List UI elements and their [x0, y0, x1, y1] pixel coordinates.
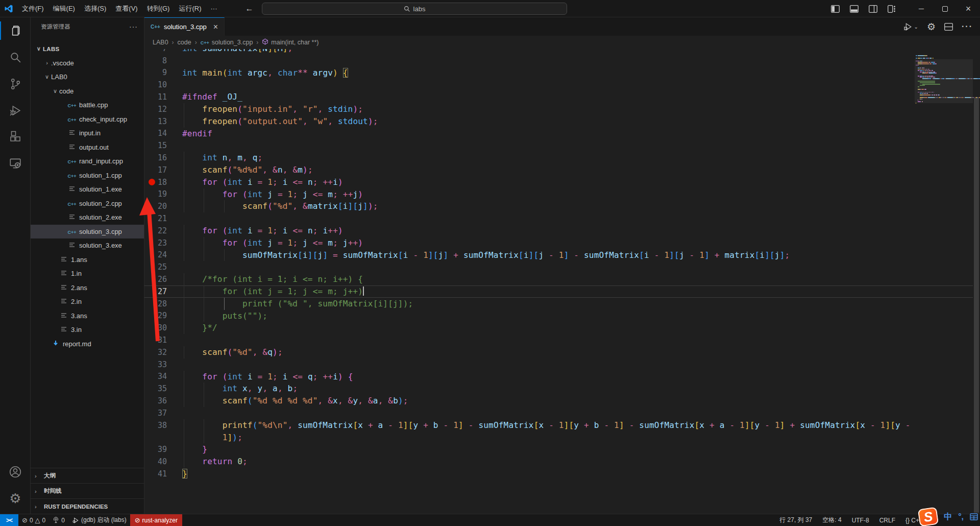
breadcrumb-item-3[interactable]: main(int, char **): [262, 38, 318, 46]
line-gutter[interactable]: 29: [144, 311, 182, 320]
sidebar-more-icon[interactable]: ···: [129, 22, 138, 31]
ime-keyboard-icon[interactable]: [970, 513, 978, 520]
line-gutter[interactable]: 32: [144, 348, 182, 357]
line-gutter[interactable]: 31: [144, 336, 182, 345]
split-editor-icon[interactable]: [944, 23, 953, 31]
minimize-button[interactable]: ─: [910, 0, 933, 17]
tree-item-solution_3-exe[interactable]: solution_3.exe: [31, 238, 144, 253]
line-gutter[interactable]: 39: [144, 445, 182, 454]
line-gutter[interactable]: 19: [144, 189, 182, 199]
line-gutter[interactable]: 12: [144, 105, 182, 114]
line-gutter[interactable]: 10: [144, 80, 182, 89]
run-debug-icon[interactable]: [0, 97, 31, 124]
nav-back-icon[interactable]: ←: [245, 4, 253, 13]
command-center-search[interactable]: labs: [262, 3, 567, 15]
editor-scrollbar[interactable]: [973, 49, 980, 514]
rust-analyzer-error-badge[interactable]: ⊘ rust-analyzer: [130, 514, 182, 526]
code-editor[interactable]: 7int sumOfMatrix[N][M];89int main(int ar…: [144, 49, 980, 514]
tree-item-1-in[interactable]: 1.in: [31, 267, 144, 281]
tree-item-check_input-cpp[interactable]: C++check_input.cpp: [31, 112, 144, 127]
ime-punctuation-indicator[interactable]: °,: [958, 512, 964, 521]
tree-item-output-out[interactable]: output.out: [31, 140, 144, 155]
run-debug-button[interactable]: ⌄: [903, 22, 918, 32]
toggle-secondary-sidebar-icon[interactable]: [869, 5, 877, 13]
menu-item-1[interactable]: 编辑(E): [48, 0, 80, 17]
line-gutter[interactable]: 9: [144, 68, 182, 77]
tree-item-solution_1-cpp[interactable]: C++solution_1.cpp: [31, 169, 144, 183]
sidebar-section-2[interactable]: ›RUST DEPENDENCIES: [31, 498, 144, 514]
tree-item-report-md[interactable]: report.md: [31, 337, 144, 351]
menu-item-0[interactable]: 文件(F): [17, 0, 48, 17]
line-gutter[interactable]: 34: [144, 372, 182, 381]
line-gutter[interactable]: 16: [144, 153, 182, 162]
menu-item-5[interactable]: 运行(R): [174, 0, 206, 17]
tree-item-1-ans[interactable]: 1.ans: [31, 253, 144, 267]
line-gutter[interactable]: 38: [144, 421, 182, 430]
remote-indicator[interactable]: ><: [0, 514, 18, 526]
line-gutter[interactable]: 37: [144, 409, 182, 418]
tree-item-solution_2-exe[interactable]: solution_2.exe: [31, 210, 144, 225]
line-gutter[interactable]: 13: [144, 117, 182, 126]
line-gutter[interactable]: 21: [144, 214, 182, 223]
indentation[interactable]: 空格: 4: [819, 514, 845, 526]
line-gutter[interactable]: 24: [144, 250, 182, 259]
editor-settings-icon[interactable]: ⚙: [927, 21, 936, 33]
line-gutter[interactable]: 15: [144, 141, 182, 150]
tab-close-icon[interactable]: ×: [213, 22, 218, 32]
toggle-panel-icon[interactable]: [850, 5, 859, 13]
line-gutter[interactable]: 40: [144, 457, 182, 466]
encoding[interactable]: UTF-8: [848, 514, 873, 526]
scrollbar-thumb[interactable]: [974, 98, 979, 513]
line-gutter[interactable]: 22: [144, 226, 182, 235]
tree-item-2-in[interactable]: 2.in: [31, 295, 144, 309]
extensions-icon[interactable]: [0, 124, 31, 150]
tree-item-solution_2-cpp[interactable]: C++solution_2.cpp: [31, 197, 144, 211]
menu-item-3[interactable]: 查看(V): [111, 0, 142, 17]
ports-status[interactable]: 0: [49, 514, 68, 526]
tree-item-solution_1-exe[interactable]: solution_1.exe: [31, 182, 144, 197]
sidebar-section-0[interactable]: ›大纲: [31, 468, 144, 483]
sidebar-section-1[interactable]: ›时间线: [31, 483, 144, 498]
search-sidebar-icon[interactable]: [0, 44, 31, 70]
ime-lang-indicator[interactable]: 中: [944, 512, 952, 522]
tree-item-input-in[interactable]: input.in: [31, 126, 144, 140]
menu-item-6[interactable]: ···: [206, 0, 222, 17]
settings-gear-icon[interactable]: ⚙: [0, 485, 31, 512]
line-gutter[interactable]: 8: [144, 56, 182, 65]
line-gutter[interactable]: 28: [144, 299, 182, 308]
explorer-icon[interactable]: [0, 17, 31, 44]
debug-launch-status[interactable]: (gdb) 启动 (labs): [68, 514, 130, 526]
line-gutter[interactable]: [144, 433, 182, 442]
breadcrumb-item-2[interactable]: C++solution_3.cpp: [201, 39, 253, 46]
menu-item-4[interactable]: 转到(G): [142, 0, 175, 17]
line-gutter[interactable]: 7: [144, 49, 182, 53]
tree-item-solution_3-cpp[interactable]: C++solution_3.cpp: [31, 225, 144, 239]
customize-layout-icon[interactable]: [888, 5, 896, 13]
close-button[interactable]: ×: [957, 0, 980, 17]
problems-status[interactable]: ⊘0 △0: [18, 514, 49, 526]
tree-item-3-in[interactable]: 3.in: [31, 323, 144, 337]
line-gutter[interactable]: 25: [144, 262, 182, 272]
line-gutter[interactable]: 11: [144, 92, 182, 102]
line-gutter[interactable]: 18: [144, 178, 182, 187]
line-gutter[interactable]: 14: [144, 129, 182, 138]
editor-more-icon[interactable]: ···: [962, 22, 973, 31]
line-gutter[interactable]: 30: [144, 323, 182, 332]
line-gutter[interactable]: 36: [144, 396, 182, 405]
remote-explorer-icon[interactable]: [0, 150, 31, 177]
line-gutter[interactable]: 20: [144, 202, 182, 211]
maximize-button[interactable]: [933, 0, 957, 17]
tree-item-3-ans[interactable]: 3.ans: [31, 309, 144, 323]
eol[interactable]: CRLF: [876, 514, 899, 526]
tree-item-LAB0[interactable]: ∨LAB0: [31, 70, 144, 84]
toggle-sidebar-icon[interactable]: [831, 5, 840, 13]
tree-item-rand_input-cpp[interactable]: C++rand_input.cpp: [31, 154, 144, 169]
sogou-ime-icon[interactable]: S: [918, 507, 939, 526]
tree-item-LABS[interactable]: ∨LABS: [31, 42, 144, 56]
breadcrumb-item-0[interactable]: LAB0: [153, 39, 168, 46]
tree-item-battle-cpp[interactable]: C++battle.cpp: [31, 98, 144, 112]
minimap[interactable]: [915, 53, 972, 155]
tree-item-2-ans[interactable]: 2.ans: [31, 281, 144, 295]
line-gutter[interactable]: 17: [144, 165, 182, 175]
line-gutter[interactable]: 26: [144, 275, 182, 284]
